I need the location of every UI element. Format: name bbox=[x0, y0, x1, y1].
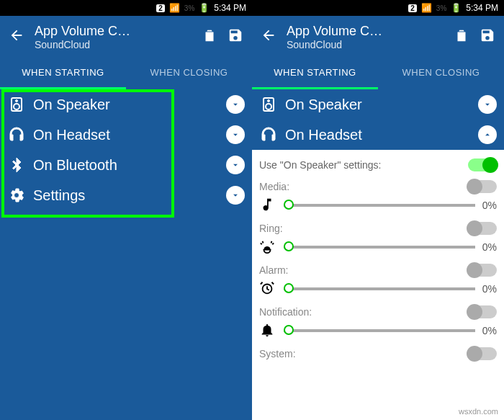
ring-value: 0% bbox=[482, 241, 497, 253]
battery-percent: 3% bbox=[184, 4, 194, 12]
music-note-icon bbox=[259, 197, 276, 214]
media-slider[interactable] bbox=[284, 204, 475, 207]
alarm-label: Alarm: bbox=[259, 264, 468, 276]
clock: 5:34 PM bbox=[466, 3, 498, 13]
collapse-headset-icon[interactable] bbox=[478, 125, 497, 144]
system-label: System: bbox=[259, 348, 468, 359]
option-label: Settings bbox=[33, 187, 245, 204]
alarm-value: 0% bbox=[482, 283, 497, 295]
option-label: On Headset bbox=[285, 127, 471, 143]
notification-label: Notification: bbox=[259, 306, 468, 318]
notification-toggle[interactable] bbox=[468, 305, 497, 318]
bluetooth-icon bbox=[7, 156, 26, 174]
notification-value: 0% bbox=[482, 325, 497, 336]
speaker-icon bbox=[7, 95, 26, 114]
tab-bar: WHEN STARTING WHEN CLOSING bbox=[0, 58, 252, 89]
system-toggle[interactable] bbox=[468, 347, 497, 360]
app-subtitle: SoundCloud bbox=[287, 39, 444, 50]
notification-block: Notification: 0% bbox=[259, 305, 497, 343]
headset-panel: Use "On Speaker" settings: Media: 0% Rin… bbox=[252, 150, 504, 360]
ring-block: Ring: 0% bbox=[259, 222, 497, 259]
watermark: wsxdn.com bbox=[459, 407, 498, 416]
ring-toggle[interactable] bbox=[468, 222, 497, 235]
media-block: Media: 0% bbox=[259, 180, 497, 218]
ring-label: Ring: bbox=[259, 223, 468, 234]
media-value: 0% bbox=[482, 200, 497, 211]
expand-headset-icon[interactable] bbox=[226, 125, 245, 144]
option-speaker[interactable]: On Speaker bbox=[0, 89, 252, 120]
tab-when-closing[interactable]: WHEN CLOSING bbox=[126, 58, 252, 89]
delete-icon[interactable] bbox=[202, 27, 217, 46]
svg-point-2 bbox=[16, 100, 18, 102]
svg-point-4 bbox=[266, 104, 271, 110]
option-label: On Speaker bbox=[285, 97, 471, 113]
option-label: On Speaker bbox=[33, 97, 245, 113]
use-speaker-toggle[interactable] bbox=[468, 158, 497, 171]
option-headset[interactable]: On Headset bbox=[0, 120, 252, 150]
svg-point-1 bbox=[14, 104, 19, 110]
expand-speaker-icon[interactable] bbox=[478, 95, 497, 114]
ring-slider[interactable] bbox=[284, 246, 475, 249]
status-bar: 2 📶 3% 🔋 5:34 PM bbox=[0, 0, 252, 16]
option-settings[interactable]: Settings bbox=[0, 180, 252, 210]
notification-slider[interactable] bbox=[284, 329, 475, 332]
alarm-clock-icon bbox=[259, 280, 276, 298]
options-body: On Speaker On Headset On Bluetooth Setti… bbox=[0, 89, 252, 420]
ring-icon bbox=[259, 238, 276, 256]
option-speaker[interactable]: On Speaker bbox=[252, 89, 504, 120]
svg-point-5 bbox=[268, 100, 270, 102]
back-icon[interactable] bbox=[9, 27, 24, 46]
expand-bluetooth-icon[interactable] bbox=[226, 156, 245, 174]
status-bar: 2 📶 3% 🔋 5:34 PM bbox=[252, 0, 504, 16]
tab-when-closing[interactable]: WHEN CLOSING bbox=[378, 58, 504, 89]
bell-icon bbox=[259, 322, 276, 339]
alarm-toggle[interactable] bbox=[468, 264, 497, 277]
tab-when-starting[interactable]: WHEN STARTING bbox=[252, 58, 378, 89]
expand-speaker-icon[interactable] bbox=[226, 95, 245, 114]
gear-icon bbox=[7, 186, 26, 205]
battery-icon: 🔋 bbox=[451, 3, 462, 13]
app-subtitle: SoundCloud bbox=[35, 39, 192, 50]
delete-icon[interactable] bbox=[454, 27, 469, 46]
tab-bar: WHEN STARTING WHEN CLOSING bbox=[252, 58, 504, 89]
save-icon[interactable] bbox=[480, 27, 495, 46]
system-block: System: bbox=[259, 347, 497, 360]
back-icon[interactable] bbox=[261, 27, 276, 46]
app-title: App Volume C… bbox=[287, 24, 444, 39]
signal-icon: 📶 bbox=[421, 3, 432, 13]
speaker-icon bbox=[259, 95, 278, 114]
option-headset[interactable]: On Headset bbox=[252, 120, 504, 150]
signal-icon: 📶 bbox=[169, 3, 180, 13]
sim-indicator: 2 bbox=[408, 4, 417, 12]
battery-percent: 3% bbox=[436, 4, 446, 12]
headset-icon bbox=[259, 125, 278, 144]
tab-when-starting[interactable]: WHEN STARTING bbox=[0, 58, 126, 89]
battery-icon: 🔋 bbox=[199, 3, 210, 13]
use-speaker-label: Use "On Speaker" settings: bbox=[259, 159, 468, 171]
headset-icon bbox=[7, 125, 26, 144]
alarm-slider[interactable] bbox=[284, 287, 475, 290]
save-icon[interactable] bbox=[228, 27, 243, 46]
media-label: Media: bbox=[259, 181, 468, 192]
app-bar: App Volume C… SoundCloud bbox=[252, 16, 504, 58]
expand-settings-icon[interactable] bbox=[226, 186, 245, 205]
option-label: On Bluetooth bbox=[33, 157, 245, 174]
media-toggle[interactable] bbox=[468, 180, 497, 193]
option-bluetooth[interactable]: On Bluetooth bbox=[0, 150, 252, 180]
option-label: On Headset bbox=[33, 127, 245, 143]
clock: 5:34 PM bbox=[214, 3, 246, 13]
sim-indicator: 2 bbox=[156, 4, 165, 12]
app-bar: App Volume C… SoundCloud bbox=[0, 16, 252, 58]
app-title: App Volume C… bbox=[35, 24, 192, 39]
alarm-block: Alarm: 0% bbox=[259, 264, 497, 301]
